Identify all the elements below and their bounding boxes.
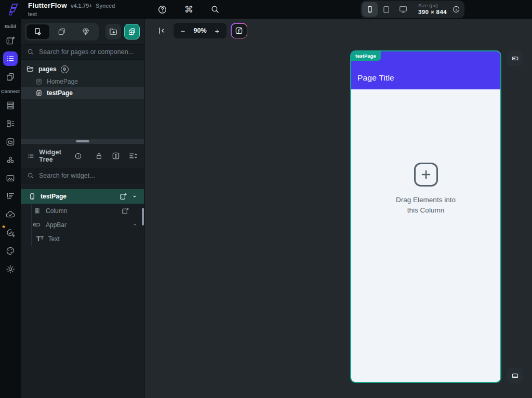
phone-preview[interactable]: testPage Page Title Drag Elements into t… [350, 50, 501, 383]
zoom-control: − 90% + [174, 23, 227, 38]
tree-node-column[interactable]: Column [21, 204, 144, 218]
search-icon [27, 172, 34, 179]
preview-appbar[interactable]: testPage Page Title [351, 51, 500, 89]
app-name: FlutterFlow [28, 2, 67, 10]
connect-section-label: Connect [1, 89, 20, 94]
indent-guide [31, 232, 32, 246]
build-section-label: Build [5, 24, 17, 29]
widget-search [21, 168, 144, 183]
splitter-grip [76, 140, 89, 142]
page-row-homepage[interactable]: HomePage [21, 76, 144, 87]
project-title-block: FlutterFlow v4.1.79+ Synced test [28, 2, 115, 17]
storage-icon[interactable] [3, 135, 18, 149]
pages-folder-row[interactable]: pages 0 [21, 62, 144, 76]
tree-node-appbar[interactable]: AppBar [21, 218, 144, 232]
tree-node-text[interactable]: TT Text [21, 232, 144, 246]
components-icon[interactable] [3, 70, 18, 84]
zoom-level: 90% [190, 27, 210, 34]
help-icon[interactable] [156, 4, 168, 15]
search-icon [27, 48, 34, 56]
chevron-down-icon[interactable] [132, 222, 138, 228]
cloud-functions-icon[interactable] [3, 207, 18, 222]
expand-collapse-icon[interactable] [111, 151, 121, 161]
star-badge-icon: ★ [2, 224, 6, 229]
panel-splitter[interactable] [21, 139, 144, 144]
size-label: Size (px) [418, 3, 447, 8]
page-name: HomePage [47, 78, 78, 85]
appbar-widget-icon [32, 220, 41, 229]
tree-node-label: Column [46, 207, 121, 215]
add-widget-icon[interactable] [121, 207, 129, 215]
tab-design-system[interactable] [74, 24, 97, 39]
add-widget-icon[interactable] [119, 192, 127, 201]
navigator-mode-tabs [25, 23, 99, 41]
zoom-in-button[interactable]: + [210, 23, 224, 38]
column-widget-icon [33, 207, 41, 215]
nav-rail: Build Connect [0, 19, 21, 398]
command-menu-icon[interactable]: ⌘ [183, 4, 194, 15]
device-desktop-button[interactable] [395, 2, 411, 17]
theme-settings-icon[interactable] [3, 244, 18, 258]
canvas-toolbar: − 90% + [154, 23, 247, 38]
zoom-out-button[interactable]: − [176, 23, 190, 38]
search-icon[interactable] [209, 4, 221, 15]
automated-tests-icon[interactable]: ★ [3, 225, 18, 240]
appbar-title[interactable]: Page Title [357, 73, 394, 83]
add-element-icon[interactable] [414, 163, 438, 187]
device-size-selector: Size (px) 390 × 844 [361, 1, 464, 18]
database-icon[interactable] [3, 98, 18, 113]
select-appbar-button[interactable] [507, 50, 523, 66]
folder-open-icon [26, 65, 34, 73]
page-selector-icon[interactable] [3, 51, 18, 66]
flutterflow-logo-icon [6, 2, 22, 17]
folder-name: pages [38, 65, 57, 73]
pages-search-input[interactable] [39, 48, 138, 56]
api-calls-icon[interactable] [3, 153, 18, 167]
device-phone-button[interactable] [362, 2, 378, 17]
widget-search-input[interactable] [39, 172, 138, 179]
tab-pages[interactable] [26, 24, 49, 39]
bottom-bar-icon [511, 372, 520, 380]
widget-tree-list: testPage [21, 183, 144, 398]
custom-functions-icon[interactable] [3, 189, 18, 204]
drop-hint-line1: Drag Elements into [396, 195, 456, 205]
canvas: − 90% + testPage [144, 19, 532, 398]
indent-guide [31, 218, 32, 232]
page-row-testpage[interactable]: testPage [21, 87, 144, 99]
create-page-button[interactable] [124, 24, 140, 39]
widget-tree-header: Widget Tree [21, 144, 144, 168]
appbar-icon [511, 54, 520, 63]
indent-guide [31, 204, 32, 218]
pages-search [21, 44, 144, 60]
data-types-icon[interactable] [3, 116, 18, 131]
pages-list: pages 0 HomePage [21, 60, 144, 139]
page-icon [35, 89, 43, 97]
flutterflow-app: FlutterFlow v4.1.79+ Synced test ⌘ [0, 0, 532, 398]
sync-status: Synced [96, 3, 115, 9]
widget-tree-info-icon[interactable] [74, 151, 82, 161]
size-info-icon[interactable] [452, 5, 460, 14]
widget-tree-title: Widget Tree [39, 149, 69, 163]
page-name: testPage [47, 89, 73, 97]
create-folder-button[interactable] [105, 24, 121, 39]
media-assets-icon[interactable] [3, 171, 18, 185]
version-label: v4.1.79+ [71, 3, 92, 9]
lock-icon[interactable] [95, 151, 103, 161]
ai-generate-button[interactable] [231, 23, 247, 38]
tree-icon [27, 151, 34, 161]
device-tablet-button[interactable] [379, 2, 394, 17]
widget-palette-icon[interactable] [3, 33, 18, 48]
collapse-panel-button[interactable] [154, 23, 169, 38]
size-block: Size (px) 390 × 844 [418, 3, 447, 16]
select-navbar-button[interactable] [507, 368, 523, 383]
tree-node-label: testPage [41, 193, 119, 200]
chevron-down-icon[interactable] [131, 193, 138, 200]
phone-icon [29, 193, 36, 200]
sort-order-icon[interactable] [128, 151, 138, 161]
page-navigator-panel: pages 0 HomePage [21, 19, 144, 398]
drop-hint: Drag Elements into this Column [396, 195, 456, 216]
tab-components[interactable] [50, 24, 73, 39]
preview-body-column[interactable]: Drag Elements into this Column [351, 89, 500, 383]
tree-node-testpage[interactable]: testPage [21, 189, 144, 204]
app-settings-icon[interactable] [3, 262, 18, 276]
